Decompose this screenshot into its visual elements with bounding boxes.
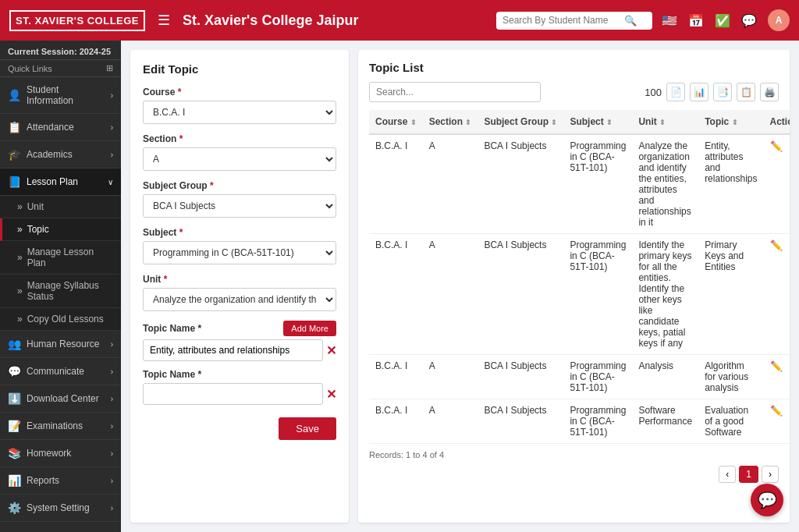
academics-icon: 🎓 bbox=[8, 148, 20, 161]
remove-topic-1-button[interactable]: ✕ bbox=[326, 343, 336, 358]
topic-name-label-2: Topic Name * bbox=[143, 369, 336, 380]
subject-group: Subject * Programming in C (BCA-51T-101) bbox=[143, 227, 336, 264]
edit-row-2-button[interactable]: ✏️ bbox=[770, 360, 783, 372]
edit-row-3-button[interactable]: ✏️ bbox=[770, 405, 783, 417]
cell-subjectgroup-2: BCA I Subjects bbox=[478, 355, 563, 399]
sort-arrow-subject: ⇕ bbox=[606, 119, 613, 126]
settings-icon: ⚙️ bbox=[8, 502, 20, 514]
bullet-manage-syllabus: » bbox=[17, 286, 23, 296]
avatar[interactable]: A bbox=[768, 9, 790, 31]
cell-course-3: B.C.A. I bbox=[369, 399, 423, 444]
sub-label-topic: Topic bbox=[27, 224, 49, 235]
delete-row-3-button[interactable]: 🗑️ bbox=[789, 405, 790, 417]
edit-row-0-button[interactable]: ✏️ bbox=[770, 140, 783, 152]
sidebar-label-hr: Human Resource bbox=[27, 339, 99, 349]
table-row: B.C.A. I A BCA I Subjects Programming in… bbox=[369, 399, 790, 444]
delete-row-1-button[interactable]: 🗑️ bbox=[789, 239, 790, 251]
flag-icon[interactable]: 🇺🇸 bbox=[662, 13, 677, 28]
arrow-icon-attendance: › bbox=[111, 123, 113, 132]
cell-topic-0: Entity, attributes and relationships bbox=[698, 134, 763, 234]
topic-name-required-1: * bbox=[197, 323, 201, 334]
session-title: Current Session: 2024-25 bbox=[8, 47, 113, 56]
arrow-homework: › bbox=[111, 449, 113, 458]
sidebar-item-human-resource[interactable]: 👥 Human Resource › bbox=[0, 331, 121, 358]
sidebar-item-download-center[interactable]: ⬇️ Download Center › bbox=[0, 385, 121, 413]
sidebar-item-student-info[interactable]: 👤 Student Information › bbox=[0, 77, 121, 114]
save-button[interactable]: Save bbox=[279, 417, 336, 440]
bullet-manage-lesson: » bbox=[17, 252, 23, 263]
sidebar-label-exam: Examinations bbox=[27, 420, 83, 431]
page-1-button[interactable]: 1 bbox=[739, 466, 758, 483]
quick-links-label: Quick Links bbox=[8, 64, 52, 73]
topic-name-input-1[interactable] bbox=[143, 339, 323, 361]
cell-action-1: ✏️ 🗑️ bbox=[764, 234, 790, 355]
sub-label-manage-syllabus: Manage Syllabus Status bbox=[27, 280, 113, 302]
reports-icon: 📊 bbox=[8, 474, 20, 487]
sidebar-item-reports[interactable]: 📊 Reports › bbox=[0, 467, 121, 495]
export-excel-button[interactable]: 📊 bbox=[690, 83, 708, 101]
grid-icon[interactable]: ⊞ bbox=[106, 63, 113, 73]
section-required: * bbox=[179, 133, 183, 144]
topic-list-panel: Topic List 100 📄 📊 📑 📋 🖨️ Course bbox=[358, 50, 790, 523]
edit-row-1-button[interactable]: ✏️ bbox=[770, 239, 783, 251]
cell-subject-0: Programming in C (BCA-51T-101) bbox=[563, 134, 632, 234]
table-header-row: Course ⇕ Section ⇕ Subject Group ⇕ Subje… bbox=[369, 110, 790, 134]
cell-subject-3: Programming in C (BCA-51T-101) bbox=[563, 399, 632, 444]
sidebar-item-attendance[interactable]: 📋 Attendance › bbox=[0, 114, 121, 141]
sidebar-sub-item-manage-syllabus[interactable]: » Manage Syllabus Status bbox=[0, 275, 121, 308]
remove-topic-2-button[interactable]: ✕ bbox=[326, 387, 336, 402]
hamburger-icon[interactable]: ☰ bbox=[154, 9, 173, 32]
list-search-input[interactable] bbox=[369, 82, 541, 102]
sidebar-sub-item-manage-lesson[interactable]: » Manage Lesson Plan bbox=[0, 241, 121, 275]
search-input[interactable] bbox=[502, 15, 620, 26]
subject-group-select[interactable]: BCA I Subjects BCA II Subjects bbox=[143, 194, 336, 218]
cell-course-0: B.C.A. I bbox=[369, 134, 423, 234]
print-button[interactable]: 🖨️ bbox=[760, 83, 779, 101]
sidebar-label-student-info: Student Information bbox=[27, 84, 105, 106]
course-group: Course * B.C.A. I B.C.A. II B.C.A. III bbox=[143, 87, 336, 124]
subject-select[interactable]: Programming in C (BCA-51T-101) bbox=[143, 241, 336, 264]
college-logo: ST. XAVIER'S COLLEGE bbox=[9, 10, 145, 31]
calendar-icon[interactable]: 📅 bbox=[688, 13, 704, 28]
sort-arrow-section: ⇕ bbox=[465, 119, 471, 126]
whatsapp-icon[interactable]: 💬 bbox=[741, 13, 757, 28]
sidebar-item-examinations[interactable]: 📝 Examinations › bbox=[0, 413, 121, 440]
sidebar-item-communicate[interactable]: 💬 Communicate › bbox=[0, 358, 121, 385]
add-more-button[interactable]: Add More bbox=[283, 321, 336, 336]
export-csv-button[interactable]: 📄 bbox=[666, 83, 685, 101]
export-copy-button[interactable]: 📋 bbox=[737, 83, 755, 101]
chat-bubble-button[interactable]: 💬 bbox=[751, 484, 783, 516]
sidebar-item-lesson-plan[interactable]: 📘 Lesson Plan ∨ bbox=[0, 168, 121, 196]
homework-icon: 📚 bbox=[8, 447, 20, 459]
sidebar-item-homework[interactable]: 📚 Homework › bbox=[0, 440, 121, 467]
course-select[interactable]: B.C.A. I B.C.A. II B.C.A. III bbox=[143, 101, 336, 124]
section-select[interactable]: A B bbox=[143, 147, 336, 171]
sidebar-sub-item-topic[interactable]: » Topic bbox=[0, 218, 121, 241]
prev-page-button[interactable]: ‹ bbox=[719, 466, 736, 483]
subject-label-field: Subject * bbox=[143, 227, 336, 238]
list-toolbar: 100 📄 📊 📑 📋 🖨️ bbox=[369, 82, 779, 102]
cell-section-3: A bbox=[423, 399, 478, 444]
delete-row-0-button[interactable]: 🗑️ bbox=[789, 140, 790, 152]
export-pdf-button[interactable]: 📑 bbox=[713, 83, 732, 101]
sidebar-item-academics[interactable]: 🎓 Academics › bbox=[0, 141, 121, 168]
sidebar-label-communicate: Communicate bbox=[27, 366, 84, 377]
main-layout: Current Session: 2024-25 Quick Links ⊞ 👤… bbox=[0, 41, 799, 532]
delete-row-2-button[interactable]: 🗑️ bbox=[789, 360, 790, 372]
topic-name-input-2[interactable] bbox=[143, 383, 323, 405]
col-topic: Topic ⇕ bbox=[698, 110, 763, 134]
search-icon[interactable]: 🔍 bbox=[624, 15, 637, 27]
sidebar-sub-item-unit[interactable]: » Unit bbox=[0, 196, 121, 218]
unit-select[interactable]: Analyze the organization and identify th… bbox=[143, 288, 336, 311]
pagination: ‹ 1 › bbox=[369, 466, 779, 483]
unit-group: Unit * Analyze the organization and iden… bbox=[143, 274, 336, 311]
topic-name-row-2: Topic Name * ✕ bbox=[143, 369, 336, 405]
sidebar-sub-item-copy-old[interactable]: » Copy Old Lessons bbox=[0, 308, 121, 331]
next-page-button[interactable]: › bbox=[762, 466, 779, 483]
cell-unit-3: Software Performance bbox=[632, 399, 698, 444]
check-icon[interactable]: ✅ bbox=[715, 13, 730, 28]
arrow-exam: › bbox=[111, 422, 113, 431]
col-section: Section ⇕ bbox=[423, 110, 478, 134]
sidebar-item-system-setting[interactable]: ⚙️ System Setting › bbox=[0, 495, 121, 522]
col-unit: Unit ⇕ bbox=[632, 110, 698, 134]
